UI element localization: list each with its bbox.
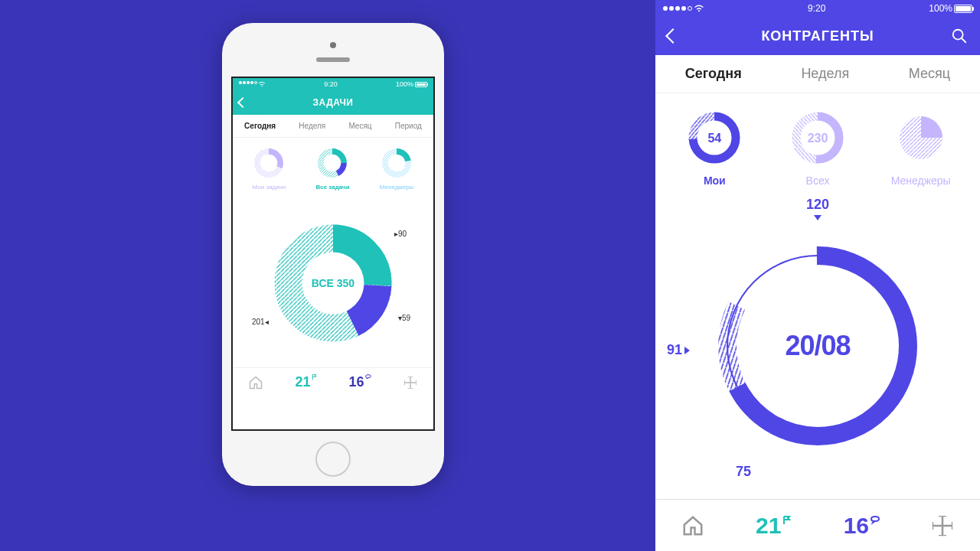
plus-icon[interactable] [931,514,954,537]
bottom-nav: 21 16 [233,367,433,396]
phone-mockup: 9:20 100% ЗАДАЧИ Сегодня Неделя Месяц Пе… [222,23,444,486]
phone-camera [330,42,336,48]
phone-home-button[interactable] [315,442,351,477]
svg-point-0 [261,86,262,86]
back-button[interactable] [665,28,681,44]
segment-label-59: ▾59 [398,314,410,322]
nav-flags-count[interactable]: 21 [295,374,317,390]
segment-label-201: 201◂ [252,318,269,326]
active-tab-marker [252,110,261,115]
page-title: КОНТРАГЕНТЫ [761,28,874,44]
category-donuts: Мои задачи Все задачи Менеджеры [233,138,433,199]
main-donut-chart[interactable]: ВСЕ 350 ▸90 ▾59 201◂ [233,199,433,367]
wifi-icon [694,5,704,12]
signal-dots [663,5,704,12]
app-header: ЗАДАЧИ [233,90,433,115]
search-icon[interactable] [951,28,968,44]
home-icon[interactable] [681,514,704,537]
status-time: 9:20 [324,80,338,88]
period-tabs: Сегодня Неделя Месяц [655,55,980,93]
phone-screen-large: 9:20 100% КОНТРАГЕНТЫ Сегодня Неделя Мес… [655,0,980,551]
nav-comments-count[interactable]: 16 [348,374,371,390]
donut-managers[interactable]: Менеджеры [890,107,952,187]
category-donuts: 54 Мои 230 Всех Менеджеры [655,93,980,193]
back-button[interactable] [237,97,248,108]
main-donut-chart[interactable]: 20/08 120 91 75 [655,193,980,499]
segment-label-bottom: 75 [736,464,751,480]
donut-all[interactable]: 230 Всех [787,107,848,187]
nav-comments-count[interactable]: 16 [844,513,880,539]
donut-center-value: 20/08 [785,330,850,362]
status-time: 9:20 [808,3,825,14]
donut-all-tasks[interactable]: Все задачи [315,147,349,191]
donut-managers[interactable]: Менеджеры [380,147,414,191]
signal-dots [239,81,266,87]
segment-label-top: 120 [806,197,829,220]
donut-mine[interactable]: 54 Мои [684,107,745,187]
status-battery: 100% [929,3,972,14]
bottom-nav: 21 16 [655,499,980,551]
status-battery: 100% [396,80,427,88]
wifi-icon [258,81,266,87]
status-bar: 9:20 100% [655,0,980,17]
tab-month[interactable]: Месяц [909,66,950,82]
nav-flags-count[interactable]: 21 [756,513,792,539]
tab-week[interactable]: Неделя [801,66,849,82]
status-bar: 9:20 100% [233,78,433,90]
page-title: ЗАДАЧИ [313,97,354,108]
tab-today[interactable]: Сегодня [244,122,276,130]
tab-today[interactable]: Сегодня [685,66,742,82]
tab-period[interactable]: Период [395,122,422,130]
tab-month[interactable]: Месяц [348,122,371,130]
active-tab-marker [698,48,712,55]
period-tabs: Сегодня Неделя Месяц Период [233,115,433,138]
plus-icon[interactable] [403,375,418,390]
svg-point-11 [698,10,700,11]
phone-speaker [316,57,350,62]
donut-center-value: ВСЕ 350 [312,277,354,289]
home-icon[interactable] [248,375,263,390]
donut-my-tasks[interactable]: Мои задачи [253,147,286,191]
phone-screen-small: 9:20 100% ЗАДАЧИ Сегодня Неделя Месяц Пе… [231,77,435,431]
segment-label-left: 91 [667,342,690,358]
segment-label-90: ▸90 [394,230,407,238]
tab-week[interactable]: Неделя [299,122,325,130]
